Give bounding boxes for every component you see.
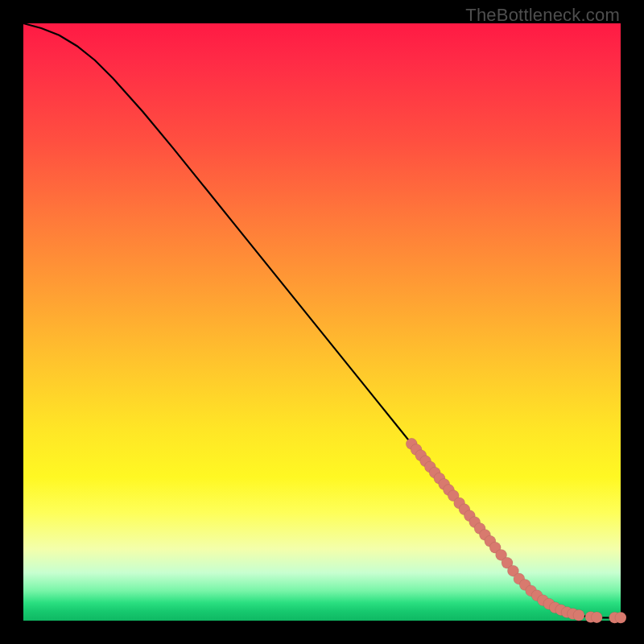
- chart-frame: TheBottleneck.com: [0, 0, 644, 644]
- data-marker: [615, 612, 626, 623]
- curve-line: [23, 23, 621, 617]
- marker-group: [406, 438, 626, 623]
- data-marker: [591, 612, 602, 623]
- curve-svg: [23, 23, 621, 621]
- data-marker: [573, 609, 584, 621]
- plot-area: [23, 23, 621, 621]
